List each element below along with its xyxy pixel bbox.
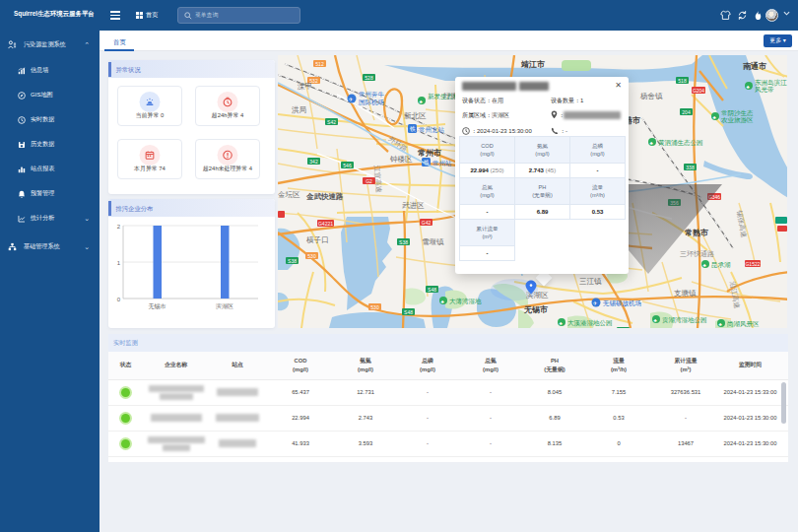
svg-text:靖江市: 靖江市 (520, 59, 545, 69)
svg-text:南通市: 南通市 (743, 61, 766, 71)
svg-text:1: 1 (117, 260, 121, 266)
svg-text:无锡市: 无锡市 (149, 302, 166, 310)
svg-text:昆承湖: 昆承湖 (711, 261, 731, 269)
svg-text:528: 528 (365, 75, 373, 81)
svg-text:G4221: G4221 (318, 221, 333, 227)
svg-text:金武快速路: 金武快速路 (305, 192, 344, 201)
svg-text:0: 0 (117, 297, 121, 302)
svg-text:新北区: 新北区 (404, 111, 427, 120)
svg-text:溧甲: 溧甲 (297, 82, 312, 91)
svg-text:2: 2 (117, 224, 121, 230)
svg-text:无锡市: 无锡市 (523, 304, 548, 314)
svg-text:S42: S42 (327, 119, 336, 125)
svg-text:支塘镇: 支塘镇 (674, 289, 697, 298)
svg-text:S48: S48 (404, 309, 413, 315)
svg-text:常熟市: 常熟市 (685, 228, 708, 237)
svg-text:338: 338 (686, 165, 695, 170)
svg-text:常州站: 常州站 (432, 160, 452, 167)
svg-text:常州市: 常州市 (418, 148, 441, 158)
svg-text:三环快通路: 三环快通路 (680, 249, 714, 258)
svg-text:530: 530 (307, 253, 316, 259)
svg-text:农业旅游区: 农业旅游区 (720, 116, 754, 124)
svg-text:518: 518 (678, 78, 687, 84)
svg-text:✈: ✈ (593, 300, 598, 306)
svg-text:342: 342 (309, 159, 318, 165)
svg-text:S58: S58 (619, 328, 628, 329)
svg-text:尚湖风景区: 尚湖风景区 (727, 320, 760, 328)
svg-text:546: 546 (343, 163, 352, 168)
svg-text:常州奔牛: 常州奔牛 (359, 91, 385, 98)
svg-text:204: 204 (682, 109, 691, 115)
svg-text:武进区: 武进区 (402, 201, 425, 210)
svg-text:512: 512 (315, 61, 324, 67)
svg-text:G2: G2 (366, 178, 372, 184)
svg-text:S38: S38 (399, 239, 408, 245)
svg-text:铁: 铁 (409, 125, 416, 132)
svg-text:G204: G204 (693, 88, 704, 94)
svg-text:滨湖区: 滨湖区 (216, 302, 233, 309)
svg-text:S48: S48 (428, 287, 436, 293)
svg-text:金坛区: 金坛区 (278, 190, 300, 199)
svg-text:G1522: G1522 (745, 261, 760, 267)
svg-text:杨舍镇: 杨舍镇 (639, 92, 663, 100)
svg-text:S38: S38 (288, 258, 297, 264)
svg-text:大薄湾湿地: 大薄湾湿地 (449, 298, 482, 305)
svg-text:三江镇: 三江镇 (579, 277, 602, 286)
svg-text:黄泗浦生态公园: 黄泗浦生态公园 (658, 139, 703, 147)
svg-text:✈: ✈ (349, 97, 354, 102)
svg-text:横子口: 横子口 (306, 235, 329, 244)
svg-text:大溪港湿地公园: 大溪港湿地公园 (567, 319, 613, 327)
svg-text:贡湖湾湿地公园: 贡湖湾湿地公园 (662, 316, 707, 324)
svg-text:雪堰镇: 雪堰镇 (422, 237, 444, 246)
svg-text:常州北站: 常州北站 (419, 126, 445, 134)
svg-text:国际机场: 国际机场 (359, 99, 384, 106)
svg-text:无锡硕放机场: 无锡硕放机场 (603, 299, 641, 307)
svg-text:洪局: 洪局 (292, 105, 307, 114)
svg-text:530: 530 (370, 304, 379, 310)
svg-text:风光带: 风光带 (755, 86, 774, 94)
svg-text:钟楼区: 钟楼区 (389, 155, 413, 164)
svg-text:G42: G42 (422, 220, 432, 226)
